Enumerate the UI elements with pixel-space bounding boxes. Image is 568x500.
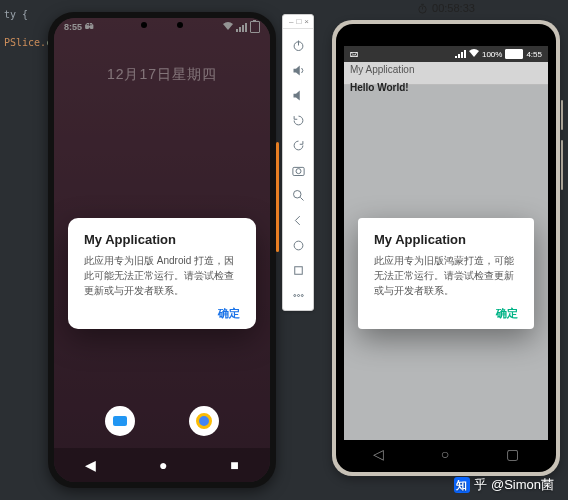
nav-bar: ◁ ○ ▢ [344,442,548,466]
more-icon[interactable] [289,286,307,304]
wifi-icon [469,49,479,59]
nav-home-icon[interactable]: ○ [441,446,449,462]
dialog-body: 此应用专为旧版 Android 打造，因此可能无法正常运行。请尝试检查更新或与开… [84,253,240,298]
emulator-toolbar: – □ × [282,14,314,311]
messages-app-icon[interactable] [105,406,135,436]
maximize-icon[interactable]: □ [296,17,301,26]
zoom-icon[interactable] [289,186,307,204]
svg-point-10 [301,294,303,296]
side-button [561,100,563,130]
svg-point-4 [293,190,301,198]
volume-down-icon[interactable] [289,86,307,104]
toolbar-window-controls: – □ × [283,15,313,29]
dialog-title: My Application [84,232,240,247]
camera-icon[interactable] [289,161,307,179]
dialog-title: My Application [374,232,518,247]
nav-back-icon[interactable]: ◀ [85,457,96,473]
watermark: 知乎 @Simon菌 [454,476,554,494]
zhihu-icon: 知 [454,477,470,493]
back-arrow-icon[interactable] [289,211,307,229]
svg-rect-7 [294,266,302,274]
app-dock [54,406,270,436]
dialog-ok-button[interactable]: 确定 [374,306,518,321]
harmony-emulator-frame: 🖂 100% 4:55 My Application Hello World! … [332,20,560,476]
svg-point-6 [294,241,303,250]
battery-icon [505,49,523,59]
status-bar: 🖂 100% 4:55 [344,46,548,62]
nav-recent-icon[interactable]: ▢ [506,446,519,462]
android-emulator-frame: 8:55 🕶 12月17日星期四 My Application 此应用专为旧版 … [48,12,276,488]
nav-back-icon[interactable]: ◁ [373,446,384,462]
side-volume [561,140,563,190]
dialog-body: 此应用专为旧版鸿蒙打造，可能无法正常运行。请尝试检查更新或与开发者联系。 [374,253,518,298]
close-icon[interactable]: × [304,17,309,26]
nav-home-icon[interactable]: ● [159,457,167,473]
nav-recent-icon[interactable]: ■ [230,457,238,473]
recents-square-icon[interactable] [289,261,307,279]
rotate-left-icon[interactable] [289,111,307,129]
minimize-icon[interactable]: – [289,17,293,26]
rotate-right-icon[interactable] [289,136,307,154]
svg-point-8 [293,294,295,296]
svg-line-5 [300,197,303,200]
hello-text: Hello World! [350,82,409,93]
chrome-app-icon[interactable] [189,406,219,436]
dialog-ok-button[interactable]: 确定 [84,306,240,321]
compat-dialog: My Application 此应用专为旧版 Android 打造，因此可能无法… [68,218,256,329]
recording-timer: 00:58:33 [332,2,560,14]
signal-icon [455,50,466,58]
svg-point-3 [296,168,301,173]
svg-point-9 [297,294,299,296]
volume-up-icon[interactable] [289,61,307,79]
stopwatch-icon [417,3,428,14]
accent-strip [276,142,279,252]
home-circle-icon[interactable] [289,236,307,254]
power-icon[interactable] [289,36,307,54]
nav-bar: ◀ ● ■ [54,448,270,482]
compat-dialog: My Application 此应用专为旧版鸿蒙打造，可能无法正常运行。请尝试检… [358,218,534,329]
